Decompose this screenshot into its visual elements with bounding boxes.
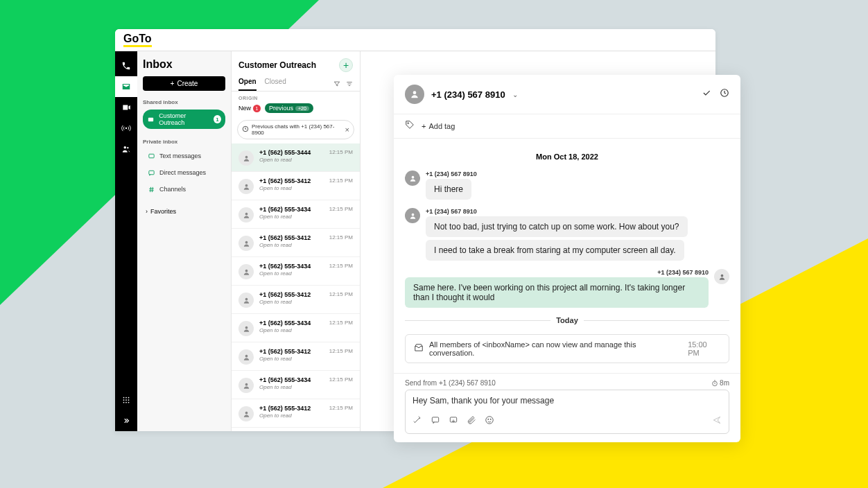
conversation-number: +1 (562) 555-3412	[259, 348, 324, 355]
tag-row: +Add tag	[394, 114, 740, 139]
reply-icon[interactable]	[431, 415, 440, 428]
conversation-preview: Open to read	[259, 384, 324, 390]
avatar	[238, 264, 254, 279]
message-text[interactable]: Hey Sam, thank you for your message	[413, 396, 722, 410]
topbar: GoTo	[115, 29, 715, 51]
send-button[interactable]	[712, 415, 722, 428]
svg-point-36	[490, 419, 491, 419]
conversation-number: +1 (562) 555-3444	[259, 149, 324, 156]
conversation-item[interactable]: +1 (562) 555-3444Open to read12:15 PM	[232, 143, 360, 172]
plus-icon: +	[171, 80, 175, 87]
conversation-item[interactable]: +1 (562) 555-3434Open to read12:15 PM	[232, 257, 360, 286]
svg-point-27	[408, 123, 409, 124]
avatar	[238, 406, 254, 421]
filter-new[interactable]: New1	[238, 105, 261, 112]
conversation-item[interactable]: +1 (562) 555-3412Open to read12:15 PM	[232, 342, 360, 371]
conversation-time: 12:15 PM	[329, 376, 353, 383]
hash-icon	[147, 185, 155, 193]
close-icon[interactable]: ×	[345, 125, 349, 134]
favorites-toggle[interactable]: › Favorites	[143, 206, 225, 217]
conversation-time: 12:15 PM	[329, 263, 353, 269]
svg-point-17	[245, 212, 248, 215]
add-tag-button[interactable]: +Add tag	[422, 122, 455, 130]
template-icon[interactable]	[449, 415, 458, 428]
chat-title[interactable]: +1 (234) 567 8910	[431, 89, 505, 100]
conversation-item[interactable]: +1 (562) 555-3412Open to read12:15 PM	[232, 229, 360, 257]
shared-inbox-item[interactable]: Customer Outreach1	[143, 110, 225, 129]
svg-point-7	[128, 399, 130, 401]
conversation-number: +1 (562) 555-3434	[259, 320, 324, 326]
chat-panel: +1 (234) 567 8910 ⌄ +Add tag Mon Oct 18,…	[394, 75, 740, 442]
message: +1 (234) 567 8910Hi there	[405, 171, 729, 202]
conversation-number: +1 (562) 555-3434	[259, 206, 324, 213]
private-inbox-item[interactable]: Channels	[143, 182, 225, 196]
avatar	[238, 150, 254, 166]
rail-expand[interactable]	[115, 410, 137, 431]
svg-point-24	[245, 411, 248, 414]
conversation-item[interactable]: +1 (562) 555-3412Open to read12:15 PM	[232, 286, 360, 314]
message-bubble: Not too bad, just trying to catch up on …	[426, 216, 688, 237]
filter-previous[interactable]: Previous+20	[265, 103, 313, 113]
private-inbox-item[interactable]: Text messages	[143, 149, 225, 163]
private-inbox-item[interactable]: Direct messages	[143, 166, 225, 180]
history-icon[interactable]	[720, 88, 729, 101]
svg-point-30	[720, 274, 723, 277]
emoji-icon[interactable]	[485, 415, 494, 428]
conversation-preview: Open to read	[259, 242, 324, 248]
chevron-down-icon[interactable]: ⌄	[512, 91, 518, 98]
message-bubble: Same here. I've been working on this pro…	[405, 277, 709, 308]
filter-icon[interactable]	[333, 78, 340, 91]
previous-chat-chip[interactable]: Previous chats with +1 (234) 567-8900 ×	[237, 120, 354, 139]
private-inbox-label: Private inbox	[143, 139, 225, 145]
conversation-time: 12:15 PM	[329, 348, 353, 354]
new-count-badge: 1	[253, 105, 261, 112]
add-conversation-button[interactable]: +	[339, 58, 353, 72]
sort-icon[interactable]	[346, 78, 353, 91]
tab-closed[interactable]: Closed	[265, 78, 286, 91]
message-list[interactable]: Mon Oct 18, 2022 +1 (234) 567 8910Hi the…	[394, 139, 740, 373]
nav-rail	[115, 51, 137, 431]
avatar	[238, 207, 254, 223]
conversation-item[interactable]: +1 (562) 555-3412Open to read12:15 PM	[232, 172, 360, 200]
svg-point-23	[245, 383, 248, 385]
avatar	[238, 349, 254, 365]
conversation-item[interactable]: +1 (562) 555-3434Open to read12:15 PM	[232, 314, 360, 342]
rail-phone[interactable]	[115, 55, 137, 76]
conversation-preview: Open to read	[259, 157, 324, 163]
svg-point-3	[125, 397, 127, 399]
svg-rect-13	[148, 171, 153, 175]
conversation-list[interactable]: +1 (562) 555-3444Open to read12:15 PM+1 …	[232, 143, 360, 431]
message-bubble: I need to take a break from staring at m…	[426, 240, 684, 261]
inbox-panel: Inbox +Create Shared inbox Customer Outr…	[137, 51, 232, 431]
svg-rect-32	[432, 417, 438, 422]
magic-icon[interactable]	[413, 415, 422, 428]
previous-count-badge: +20	[295, 106, 309, 111]
system-time: 15:00 PM	[688, 340, 720, 357]
rail-apps[interactable]	[115, 390, 137, 410]
message-from: +1 (234) 567 8910	[405, 269, 709, 276]
svg-point-9	[125, 402, 127, 403]
count-badge: 1	[214, 115, 221, 123]
conversation-time: 12:15 PM	[329, 177, 353, 184]
conversation-number: +1 (562) 555-3412	[259, 405, 324, 412]
svg-point-6	[125, 399, 127, 401]
conversation-item[interactable]: +1 (562) 555-3412Open to read12:15 PM	[232, 399, 360, 428]
rail-video[interactable]	[115, 97, 137, 118]
plus-icon: +	[422, 122, 426, 130]
svg-point-4	[128, 397, 130, 399]
rail-inbox[interactable]	[115, 76, 137, 97]
conversation-item[interactable]: +1 (562) 555-3434Open to read12:15 PM	[232, 371, 360, 399]
svg-point-1	[124, 146, 127, 149]
message-input[interactable]: Hey Sam, thank you for your message	[405, 390, 729, 434]
tab-open[interactable]: Open	[238, 78, 257, 91]
resolve-icon[interactable]	[702, 88, 711, 101]
attach-icon[interactable]	[467, 415, 476, 428]
create-button[interactable]: +Create	[143, 76, 225, 91]
send-from-label: Send from +1 (234) 567 8910	[405, 379, 496, 387]
rail-broadcast[interactable]	[115, 118, 137, 139]
dm-icon	[147, 168, 155, 177]
conversation-item[interactable]: +1 (562) 555-3434Open to read12:15 PM	[232, 200, 360, 229]
origin-label: ORIGIN	[238, 96, 353, 101]
svg-point-10	[128, 402, 130, 403]
rail-contacts[interactable]	[115, 139, 137, 159]
